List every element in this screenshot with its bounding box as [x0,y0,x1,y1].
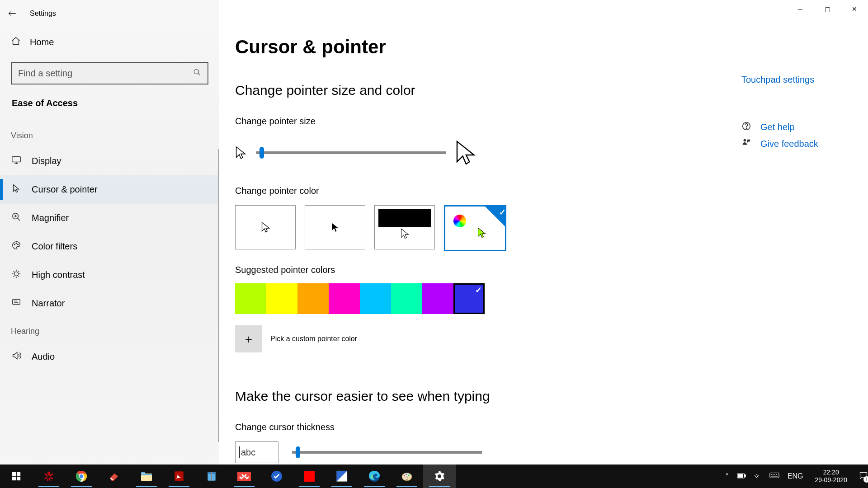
taskbar-app-todo[interactable] [260,465,293,488]
svg-rect-24 [237,472,251,481]
battery-icon[interactable] [737,472,746,480]
taskbar-clock[interactable]: 22:20 29-09-2020 [815,469,847,484]
search-icon [193,68,201,79]
svg-rect-14 [17,477,20,480]
sidebar-item-label: Magnifier [32,213,69,223]
taskbar-app-anydesk[interactable] [228,465,260,488]
taskbar-app-eraser[interactable] [98,465,130,488]
taskbar-app-image[interactable] [326,465,358,488]
sidebar-item-high-contrast[interactable]: High contrast [0,261,219,289]
svg-point-32 [406,474,407,475]
search-input[interactable]: Find a setting [11,62,208,84]
color-swatch[interactable] [235,283,266,314]
svg-point-4 [16,243,17,244]
touchpad-settings-link[interactable]: Touchpad settings [741,75,818,85]
svg-rect-37 [745,475,745,477]
cursor-small-icon [235,145,247,160]
pick-custom-color-label: Pick a custom pointer color [270,335,357,343]
taskbar-tray: ˄ ᯤ ENG 22:20 29-09-2020 1 [725,469,868,484]
feedback-icon [741,138,752,150]
sidebar-item-audio[interactable]: Audio [0,343,219,371]
cursor-thickness-control: abc [235,441,868,463]
svg-point-10 [744,139,746,142]
sidebar-item-color-filters[interactable]: Color filters [0,232,219,261]
svg-point-9 [746,128,746,128]
svg-point-5 [18,244,19,245]
sidebar-item-narrator[interactable]: Narrator [0,289,219,318]
plus-icon: ＋ [235,325,262,352]
settings-main: Cursor & pointer Change pointer size and… [219,0,868,465]
svg-point-34 [409,477,410,479]
get-help-link[interactable]: Get help [741,121,818,133]
sidebar-group-vision: Vision [0,122,219,147]
back-button[interactable]: 🡠 [8,9,16,19]
color-swatch[interactable] [391,283,422,314]
keyboard-icon[interactable] [769,472,779,480]
taskbar-app-settings[interactable] [423,465,456,488]
svg-rect-39 [770,473,779,478]
taskbar: ˄ ᯤ ENG 22:20 29-09-2020 1 [0,465,868,488]
notifications-icon[interactable]: 1 [859,471,868,482]
svg-rect-19 [141,474,152,475]
sidebar-group-hearing: Hearing [0,318,219,343]
give-feedback-link[interactable]: Give feedback [741,138,818,150]
svg-rect-11 [12,472,16,476]
svg-point-35 [406,477,408,480]
pointer-color-scheme-row [235,205,868,251]
svg-rect-23 [211,472,212,481]
svg-rect-20 [175,471,184,481]
taskbar-app-notebook[interactable] [195,465,228,488]
taskbar-apps [0,465,456,488]
svg-point-33 [408,474,410,476]
taskbar-app-explorer[interactable] [130,465,163,488]
help-icon [741,121,752,133]
color-swatch[interactable] [266,283,297,314]
page-title: Cursor & pointer [235,36,868,58]
narrator-icon [11,297,22,310]
svg-point-31 [404,475,405,476]
sidebar-item-cursor-pointer[interactable]: Cursor & pointer [0,175,219,204]
taskbar-app-pdf[interactable] [163,465,195,488]
language-indicator[interactable]: ENG [788,472,803,480]
connectivity-icon[interactable]: ᯤ [754,472,761,480]
search-placeholder: Find a setting [18,68,72,79]
color-swatch[interactable] [329,283,360,314]
tray-overflow-icon[interactable]: ˄ [725,472,729,481]
cursor-thickness-preview: abc [235,441,278,463]
pointer-size-slider[interactable] [256,151,446,154]
svg-rect-7 [13,300,20,305]
svg-rect-26 [304,471,315,482]
taskbar-app-chrome[interactable] [65,465,98,488]
sidebar-home[interactable]: Home [0,23,219,53]
suggested-colors-row [235,283,868,314]
window-title: Settings [30,9,56,18]
cursor-large-icon [455,138,477,168]
pick-custom-color[interactable]: ＋ Pick a custom pointer color [235,325,868,352]
magnifier-icon [11,212,22,224]
sidebar-item-label: Narrator [32,298,65,309]
taskbar-app-huawei[interactable] [33,465,65,488]
color-swatch[interactable] [422,283,453,314]
pointer-scheme-white[interactable] [235,205,296,249]
related-links: Touchpad settings Get help Give feedback [741,75,818,150]
taskbar-app-edge[interactable] [358,465,391,488]
svg-rect-38 [738,474,742,478]
color-swatch[interactable] [453,283,485,314]
sidebar-item-display[interactable]: Display [0,147,219,175]
svg-point-0 [194,69,199,74]
pointer-scheme-custom[interactable] [444,205,506,251]
color-swatch[interactable] [360,283,391,314]
sidebar-item-magnifier[interactable]: Magnifier [0,204,219,232]
taskbar-app-red[interactable] [293,465,326,488]
svg-rect-13 [12,477,16,480]
sidebar-heading: Ease of Access [0,98,219,122]
pointer-scheme-black[interactable] [305,205,365,249]
pointer-scheme-inverted[interactable] [374,205,435,249]
svg-point-6 [14,272,18,276]
cursor-thickness-slider[interactable] [292,451,482,454]
color-swatch[interactable] [297,283,329,314]
audio-icon [11,351,22,363]
settings-sidebar: 🡠 Settings Home Find a setting Ease of A… [0,0,219,469]
taskbar-app-start[interactable] [0,465,33,488]
taskbar-app-paint[interactable] [391,465,423,488]
